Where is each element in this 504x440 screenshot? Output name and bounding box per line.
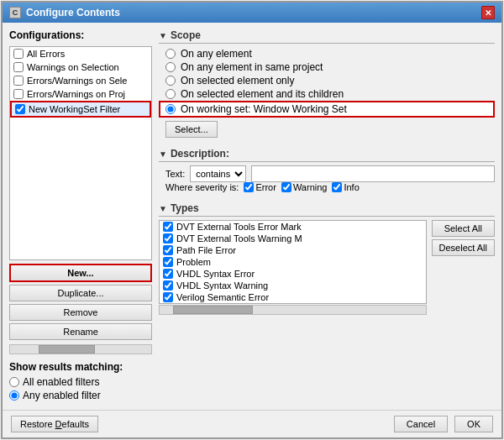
types-section: ▼ Types DVT External Tools Error Mark — [159, 202, 495, 315]
type-checkbox-5[interactable] — [163, 280, 173, 291]
type-label-4: VHDL Syntax Error — [176, 269, 255, 279]
scope-label-working-set: On working set: Window Working Set — [181, 103, 347, 115]
type-item-5[interactable]: VHDL Syntax Warning — [160, 280, 426, 291]
contains-select[interactable]: contains — [190, 165, 246, 182]
scope-label-same-project: On any element in same project — [181, 61, 323, 73]
type-item-3[interactable]: Problem — [160, 256, 426, 268]
footer: Restore Defaults Cancel OK — [3, 410, 501, 437]
type-label-6: Verilog Semantic Error — [176, 292, 269, 302]
scope-radio-selected-children[interactable] — [165, 89, 176, 99]
config-item-warnings-on-selection[interactable]: Warnings on Selection — [10, 60, 151, 74]
config-label-all-errors: All Errors — [27, 49, 65, 59]
configurations-list: All Errors Warnings on Selection Errors/… — [9, 46, 152, 260]
radio-input-any-enabled[interactable] — [9, 390, 19, 401]
scope-label-selected-children: On selected element and its children — [181, 88, 344, 100]
scope-radio-working-set[interactable] — [165, 104, 176, 114]
severity-warning[interactable]: Warning — [281, 182, 328, 192]
scope-triangle-icon: ▼ — [159, 31, 167, 40]
type-checkbox-1[interactable] — [163, 233, 173, 244]
rename-button[interactable]: Rename — [9, 323, 152, 340]
types-content: DVT External Tools Error Mark DVT Extern… — [159, 220, 495, 315]
types-label: Types — [171, 202, 199, 214]
severity-label: Where severity is: — [165, 182, 239, 192]
restore-defaults-label: Restore Defaults — [20, 419, 89, 429]
deselect-all-button[interactable]: Deselect All — [432, 239, 495, 256]
config-checkbox-new-workingset[interactable] — [15, 104, 25, 114]
scope-section: ▼ Scope On any element On any element in… — [159, 29, 495, 138]
severity-error-checkbox[interactable] — [244, 182, 254, 192]
scope-label: Scope — [171, 29, 201, 41]
description-input[interactable] — [251, 165, 495, 182]
type-label-1: DVT External Tools Warning M — [176, 233, 302, 244]
config-item-new-workingset[interactable]: New WorkingSet Filter — [10, 101, 151, 118]
description-triangle-icon: ▼ — [159, 149, 167, 159]
severity-info-checkbox[interactable] — [332, 182, 342, 192]
severity-row: Where severity is: Error Warning Info — [159, 182, 495, 192]
radio-all-enabled[interactable]: All enabled filters — [9, 376, 152, 388]
select-all-button[interactable]: Select All — [432, 220, 495, 237]
config-item-errors-warnings-proj[interactable]: Errors/Warnings on Proj — [10, 87, 151, 101]
type-checkbox-6[interactable] — [163, 292, 173, 302]
scrollbar-thumb — [39, 345, 95, 354]
type-label-0: DVT External Tools Error Mark — [176, 222, 302, 232]
types-h-scrollbar-thumb — [173, 306, 253, 314]
remove-button[interactable]: Remove — [9, 304, 152, 321]
description-section: ▼ Description: Text: contains Where seve… — [159, 148, 495, 192]
type-item-6[interactable]: Verilog Semantic Error — [160, 291, 426, 303]
scope-any-element[interactable]: On any element — [159, 47, 495, 60]
config-checkbox-errors-sele[interactable] — [13, 76, 24, 86]
ok-button[interactable]: OK — [454, 416, 493, 432]
scope-selected-only[interactable]: On selected element only — [159, 74, 495, 87]
config-item-all-errors[interactable]: All Errors — [10, 47, 151, 60]
scope-label-any-element: On any element — [181, 48, 252, 60]
types-h-scrollbar[interactable] — [159, 305, 427, 315]
type-item-4[interactable]: VHDL Syntax Error — [160, 268, 426, 280]
type-label-3: Problem — [176, 257, 211, 267]
footer-right-buttons: Cancel OK — [394, 416, 493, 432]
severity-error[interactable]: Error — [244, 182, 276, 192]
type-checkbox-3[interactable] — [163, 257, 173, 267]
type-checkbox-0[interactable] — [163, 222, 173, 232]
type-checkbox-4[interactable] — [163, 269, 173, 279]
type-item-1[interactable]: DVT External Tools Warning M — [160, 233, 426, 244]
types-header: ▼ Types — [159, 202, 495, 217]
dialog-icon: C — [9, 7, 21, 18]
config-checkbox-warnings[interactable] — [13, 62, 24, 72]
radio-any-enabled[interactable]: Any enabled filter — [9, 390, 152, 401]
config-checkbox-errors-proj[interactable] — [13, 89, 24, 99]
severity-info[interactable]: Info — [332, 182, 359, 192]
type-checkbox-2[interactable] — [163, 245, 173, 255]
show-results-section: Show results matching: All enabled filte… — [9, 361, 152, 403]
type-item-2[interactable]: Path File Error — [160, 244, 426, 256]
duplicate-button[interactable]: Duplicate... — [9, 285, 152, 301]
scope-radio-selected-only[interactable] — [165, 76, 176, 86]
config-label-new-workingset: New WorkingSet Filter — [29, 104, 120, 114]
type-label-2: Path File Error — [176, 245, 236, 255]
scope-radio-any-element[interactable] — [165, 49, 176, 59]
left-panel: Configurations: All Errors Warnings on S… — [9, 29, 152, 403]
scope-radio-same-project[interactable] — [165, 62, 176, 72]
radio-label-all-enabled: All enabled filters — [23, 376, 99, 388]
types-list: DVT External Tools Error Mark DVT Extern… — [159, 220, 427, 304]
severity-warning-label: Warning — [293, 182, 328, 192]
right-panel: ▼ Scope On any element On any element in… — [159, 29, 495, 403]
severity-info-label: Info — [344, 182, 359, 192]
new-button[interactable]: New... — [9, 264, 152, 282]
type-item-0[interactable]: DVT External Tools Error Mark — [160, 221, 426, 233]
select-button[interactable]: Select... — [165, 121, 218, 138]
type-label-5: VHDL Syntax Warning — [176, 280, 268, 291]
close-button[interactable]: ✕ — [481, 6, 495, 19]
scope-working-set[interactable]: On working set: Window Working Set — [159, 101, 495, 118]
config-checkbox-all-errors[interactable] — [13, 49, 24, 59]
radio-input-all-enabled[interactable] — [9, 377, 19, 387]
cancel-button[interactable]: Cancel — [394, 416, 448, 432]
scope-selected-children[interactable]: On selected element and its children — [159, 87, 495, 101]
restore-defaults-button[interactable]: Restore Defaults — [11, 416, 98, 432]
scope-same-project[interactable]: On any element in same project — [159, 60, 495, 74]
left-panel-scrollbar[interactable] — [9, 344, 152, 354]
severity-warning-checkbox[interactable] — [281, 182, 291, 192]
config-item-errors-warnings-sele[interactable]: Errors/Warnings on Sele — [10, 74, 151, 87]
types-triangle-icon: ▼ — [159, 204, 167, 213]
scope-label-selected-only: On selected element only — [181, 75, 294, 86]
types-buttons: Select All Deselect All — [432, 220, 495, 315]
